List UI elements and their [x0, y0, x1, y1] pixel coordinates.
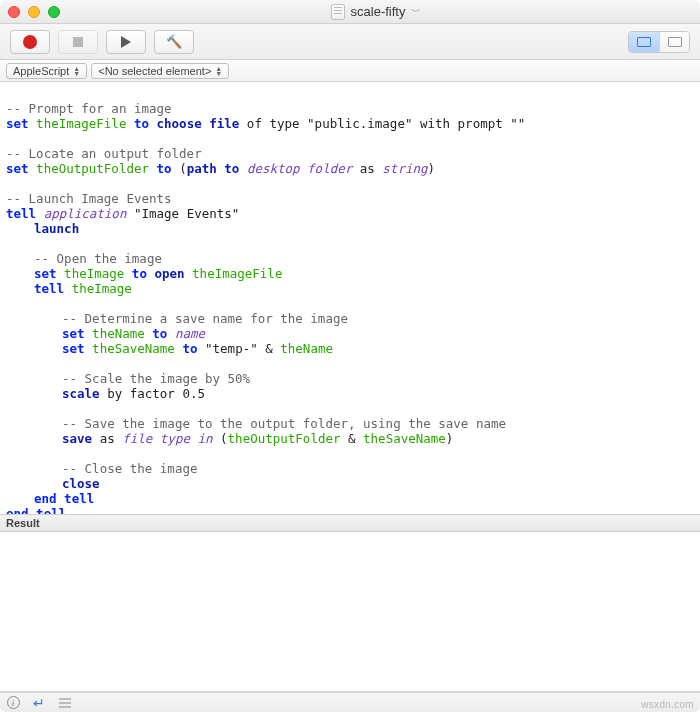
- record-icon: [23, 35, 37, 49]
- titlebar: scale-fifty ﹀: [0, 0, 700, 24]
- chevron-down-icon[interactable]: ﹀: [411, 5, 421, 19]
- zoom-window-button[interactable]: [48, 6, 60, 18]
- close-window-button[interactable]: [8, 6, 20, 18]
- log-icon: [668, 37, 682, 47]
- window-title: scale-fifty: [351, 4, 406, 19]
- language-label: AppleScript: [13, 65, 69, 77]
- element-selector[interactable]: <No selected element> ▲▼: [91, 63, 229, 79]
- window-controls: [8, 6, 60, 18]
- updown-icon: ▲▼: [215, 66, 222, 76]
- navigation-bar: AppleScript ▲▼ <No selected element> ▲▼: [0, 60, 700, 82]
- selected-element-label: <No selected element>: [98, 65, 211, 77]
- stop-icon: [73, 37, 83, 47]
- view-result-button[interactable]: [629, 32, 659, 52]
- updown-icon: ▲▼: [73, 66, 80, 76]
- view-toggle: [628, 31, 690, 53]
- info-button[interactable]: i: [6, 696, 20, 710]
- status-bar: i ↵: [0, 692, 700, 712]
- result-pane[interactable]: [0, 532, 700, 692]
- result-header: Result: [0, 514, 700, 532]
- compile-button[interactable]: 🔨: [154, 30, 194, 54]
- language-selector[interactable]: AppleScript ▲▼: [6, 63, 87, 79]
- document-icon: [331, 4, 345, 20]
- watermark: wsxdn.com: [641, 699, 694, 710]
- hammer-icon: 🔨: [166, 34, 182, 49]
- result-icon: [637, 37, 651, 47]
- play-icon: [121, 36, 131, 48]
- run-button[interactable]: [106, 30, 146, 54]
- toolbar: 🔨: [0, 24, 700, 60]
- minimize-window-button[interactable]: [28, 6, 40, 18]
- description-button[interactable]: [58, 696, 72, 710]
- view-log-button[interactable]: [659, 32, 689, 52]
- record-button[interactable]: [10, 30, 50, 54]
- code-editor[interactable]: -- Prompt for an image set theImageFile …: [0, 82, 700, 514]
- run-return-button[interactable]: ↵: [32, 696, 46, 710]
- stop-button[interactable]: [58, 30, 98, 54]
